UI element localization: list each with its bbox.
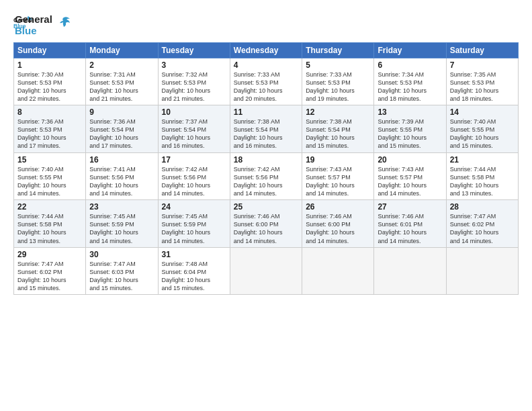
- day-info: Sunrise: 7:46 AM Sunset: 6:01 PM Dayligh…: [378, 212, 442, 245]
- calendar-cell: 1 Sunrise: 7:30 AM Sunset: 5:53 PM Dayli…: [14, 58, 86, 105]
- day-number: 30: [89, 250, 154, 259]
- calendar-cell: 11 Sunrise: 7:38 AM Sunset: 5:54 PM Dayl…: [230, 105, 302, 153]
- daylight-minutes: and 14 minutes.: [306, 238, 349, 244]
- day-number: 29: [17, 250, 82, 259]
- calendar-cell: [446, 247, 518, 295]
- daylight-label: Daylight: 10 hours: [234, 182, 283, 189]
- day-info: Sunrise: 7:46 AM Sunset: 6:00 PM Dayligh…: [306, 212, 370, 245]
- day-info: Sunrise: 7:47 AM Sunset: 6:03 PM Dayligh…: [89, 260, 154, 293]
- calendar-cell: 30 Sunrise: 7:47 AM Sunset: 6:03 PM Dayl…: [86, 247, 158, 295]
- calendar-cell: 27 Sunrise: 7:46 AM Sunset: 6:01 PM Dayl…: [374, 200, 446, 248]
- day-info: Sunrise: 7:44 AM Sunset: 5:58 PM Dayligh…: [450, 165, 515, 198]
- calendar-week-row: 29 Sunrise: 7:47 AM Sunset: 6:02 PM Dayl…: [14, 247, 519, 295]
- calendar-cell: 18 Sunrise: 7:42 AM Sunset: 5:56 PM Dayl…: [230, 152, 302, 200]
- calendar-cell: 22 Sunrise: 7:44 AM Sunset: 5:58 PM Dayl…: [14, 200, 86, 248]
- day-info: Sunrise: 7:43 AM Sunset: 5:57 PM Dayligh…: [306, 165, 370, 198]
- day-info: Sunrise: 7:47 AM Sunset: 6:02 PM Dayligh…: [17, 260, 82, 293]
- daylight-label: Daylight: 10 hours: [378, 87, 427, 94]
- day-number: 27: [378, 202, 442, 212]
- sunrise-label: Sunrise: 7:39 AM: [378, 118, 424, 125]
- sunset-label: Sunset: 5:54 PM: [306, 126, 351, 133]
- day-info: Sunrise: 7:32 AM Sunset: 5:53 PM Dayligh…: [162, 71, 226, 103]
- calendar-cell: 10 Sunrise: 7:37 AM Sunset: 5:54 PM Dayl…: [158, 105, 230, 153]
- daylight-label: Daylight: 10 hours: [17, 229, 66, 236]
- sunrise-label: Sunrise: 7:45 AM: [162, 213, 208, 220]
- calendar-cell: 8 Sunrise: 7:36 AM Sunset: 5:53 PM Dayli…: [14, 105, 86, 153]
- daylight-minutes: and 14 minutes.: [234, 238, 277, 244]
- daylight-label: Daylight: 10 hours: [162, 134, 211, 141]
- sunset-label: Sunset: 6:00 PM: [306, 221, 351, 228]
- sunset-label: Sunset: 5:56 PM: [89, 174, 134, 181]
- th-saturday: Saturday: [446, 42, 518, 58]
- day-info: Sunrise: 7:47 AM Sunset: 6:02 PM Dayligh…: [450, 212, 515, 245]
- sunrise-label: Sunrise: 7:33 AM: [234, 71, 280, 78]
- sunrise-label: Sunrise: 7:31 AM: [89, 71, 136, 78]
- daylight-label: Daylight: 10 hours: [89, 277, 138, 283]
- day-info: Sunrise: 7:33 AM Sunset: 5:53 PM Dayligh…: [306, 71, 370, 103]
- day-info: Sunrise: 7:38 AM Sunset: 5:54 PM Dayligh…: [306, 118, 370, 150]
- sunrise-label: Sunrise: 7:36 AM: [17, 118, 64, 125]
- day-info: Sunrise: 7:40 AM Sunset: 5:55 PM Dayligh…: [17, 165, 82, 198]
- day-info: Sunrise: 7:33 AM Sunset: 5:53 PM Dayligh…: [234, 71, 298, 103]
- daylight-minutes: and 21 minutes.: [89, 95, 132, 102]
- logo-blue: Blue: [15, 25, 52, 36]
- daylight-minutes: and 14 minutes.: [378, 190, 420, 197]
- sunset-label: Sunset: 5:54 PM: [162, 126, 207, 133]
- calendar-cell: 12 Sunrise: 7:38 AM Sunset: 5:54 PM Dayl…: [302, 105, 374, 153]
- calendar-cell: 3 Sunrise: 7:32 AM Sunset: 5:53 PM Dayli…: [158, 58, 230, 105]
- calendar-cell: 23 Sunrise: 7:45 AM Sunset: 5:59 PM Dayl…: [86, 200, 158, 248]
- day-number: 1: [17, 60, 82, 70]
- day-info: Sunrise: 7:42 AM Sunset: 5:56 PM Dayligh…: [234, 165, 298, 198]
- sunset-label: Sunset: 5:53 PM: [89, 79, 134, 86]
- daylight-label: Daylight: 10 hours: [234, 229, 283, 236]
- day-number: 26: [306, 202, 370, 212]
- day-number: 7: [450, 60, 515, 70]
- daylight-label: Daylight: 10 hours: [450, 87, 499, 94]
- calendar-cell: 20 Sunrise: 7:43 AM Sunset: 5:57 PM Dayl…: [374, 152, 446, 200]
- day-number: 3: [162, 60, 226, 70]
- sunset-label: Sunset: 5:55 PM: [378, 126, 423, 133]
- daylight-minutes: and 15 minutes.: [378, 142, 420, 149]
- day-info: Sunrise: 7:42 AM Sunset: 5:56 PM Dayligh…: [162, 165, 226, 198]
- sunset-label: Sunset: 5:59 PM: [89, 221, 134, 228]
- sunset-label: Sunset: 6:00 PM: [234, 221, 279, 228]
- sunset-label: Sunset: 6:04 PM: [162, 269, 207, 275]
- daylight-label: Daylight: 10 hours: [234, 134, 283, 141]
- calendar-week-row: 1 Sunrise: 7:30 AM Sunset: 5:53 PM Dayli…: [14, 58, 519, 105]
- daylight-label: Daylight: 10 hours: [17, 134, 66, 141]
- sunset-label: Sunset: 6:02 PM: [17, 269, 62, 275]
- sunrise-label: Sunrise: 7:45 AM: [89, 213, 136, 220]
- sunrise-label: Sunrise: 7:44 AM: [450, 166, 496, 173]
- calendar-cell: 4 Sunrise: 7:33 AM Sunset: 5:53 PM Dayli…: [230, 58, 302, 105]
- sunrise-label: Sunrise: 7:48 AM: [162, 261, 208, 267]
- calendar-week-row: 22 Sunrise: 7:44 AM Sunset: 5:58 PM Dayl…: [14, 200, 519, 248]
- day-number: 6: [378, 60, 442, 70]
- sunset-label: Sunset: 5:53 PM: [162, 79, 207, 86]
- th-monday: Monday: [86, 42, 158, 58]
- day-number: 20: [378, 155, 442, 165]
- day-number: 13: [378, 107, 442, 117]
- day-info: Sunrise: 7:38 AM Sunset: 5:54 PM Dayligh…: [234, 118, 298, 150]
- sunrise-label: Sunrise: 7:34 AM: [378, 71, 424, 78]
- calendar-cell: 26 Sunrise: 7:46 AM Sunset: 6:00 PM Dayl…: [302, 200, 374, 248]
- day-info: Sunrise: 7:40 AM Sunset: 5:55 PM Dayligh…: [450, 118, 515, 150]
- sunrise-label: Sunrise: 7:46 AM: [378, 213, 424, 220]
- sunset-label: Sunset: 6:01 PM: [378, 221, 423, 228]
- calendar-week-row: 8 Sunrise: 7:36 AM Sunset: 5:53 PM Dayli…: [14, 105, 519, 153]
- daylight-label: Daylight: 10 hours: [234, 87, 283, 94]
- daylight-minutes: and 15 minutes.: [306, 142, 349, 149]
- sunrise-label: Sunrise: 7:44 AM: [17, 213, 64, 220]
- daylight-minutes: and 14 minutes.: [306, 190, 349, 197]
- sunrise-label: Sunrise: 7:46 AM: [234, 213, 280, 220]
- th-sunday: Sunday: [14, 42, 86, 58]
- day-info: Sunrise: 7:36 AM Sunset: 5:54 PM Dayligh…: [89, 118, 154, 150]
- daylight-label: Daylight: 10 hours: [306, 87, 355, 94]
- daylight-minutes: and 17 minutes.: [17, 142, 60, 149]
- day-number: 4: [234, 60, 298, 70]
- sunset-label: Sunset: 6:02 PM: [450, 221, 495, 228]
- day-number: 5: [306, 60, 370, 70]
- calendar-cell: [374, 247, 446, 295]
- day-info: Sunrise: 7:34 AM Sunset: 5:53 PM Dayligh…: [378, 71, 442, 103]
- calendar-cell: 21 Sunrise: 7:44 AM Sunset: 5:58 PM Dayl…: [446, 152, 518, 200]
- sunrise-label: Sunrise: 7:46 AM: [306, 213, 352, 220]
